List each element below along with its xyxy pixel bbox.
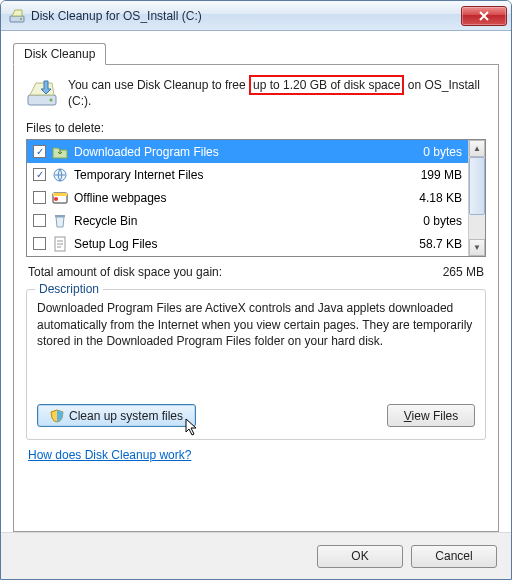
svg-point-3 [50,99,53,102]
ok-button[interactable]: OK [317,545,403,568]
dialog-footer: OK Cancel [1,532,511,579]
disk-cleanup-icon [9,8,25,24]
view-files-label: iew Files [412,409,459,423]
intro-highlight: up to 1.20 GB of disk space [249,75,404,95]
total-value: 265 MB [443,265,484,279]
list-item[interactable]: ✓Temporary Internet Files199 MB [27,163,468,186]
cancel-button[interactable]: Cancel [411,545,497,568]
checkbox[interactable]: ✓ [33,145,46,158]
list-item[interactable]: Offline webpages4.18 KB [27,186,468,209]
checkbox[interactable] [33,237,46,250]
recycle-icon [52,213,68,229]
item-name: Downloaded Program Files [74,145,394,159]
list-item[interactable]: ✓Downloaded Program Files0 bytes [27,140,468,163]
item-name: Recycle Bin [74,214,394,228]
item-size: 0 bytes [400,214,462,228]
item-name: Setup Log Files [74,237,394,251]
scrollbar[interactable]: ▲ ▼ [468,140,485,256]
intro-pre: You can use Disk Cleanup to free [68,78,246,92]
list-item[interactable]: Recycle Bin0 bytes [27,209,468,232]
ie-icon [52,167,68,183]
description-text: Downloaded Program Files are ActiveX con… [37,300,475,374]
svg-rect-6 [53,193,67,196]
shield-icon [50,409,64,423]
total-label: Total amount of disk space you gain: [28,265,222,279]
checkbox[interactable]: ✓ [33,168,46,181]
tab-panel: You can use Disk Cleanup to free up to 1… [13,64,499,532]
scroll-track[interactable] [469,215,485,239]
tab-strip: Disk Cleanup [13,43,499,65]
titlebar[interactable]: Disk Cleanup for OS_Install (C:) [1,1,511,31]
scroll-down-button[interactable]: ▼ [469,239,485,256]
close-button[interactable] [461,6,507,26]
description-title: Description [35,282,103,296]
files-list: ✓Downloaded Program Files0 bytes✓Tempora… [26,139,486,257]
drive-cleanup-icon [26,77,58,109]
svg-point-1 [20,18,22,20]
close-icon [479,11,489,21]
total-row: Total amount of disk space you gain: 265… [28,265,484,279]
help-link[interactable]: How does Disk Cleanup work? [28,448,486,462]
checkbox[interactable] [33,214,46,227]
svg-rect-8 [55,215,65,217]
disk-cleanup-dialog: Disk Cleanup for OS_Install (C:) Disk Cl… [0,0,512,580]
item-size: 0 bytes [400,145,462,159]
item-size: 4.18 KB [400,191,462,205]
item-size: 199 MB [400,168,462,182]
log-icon [52,236,68,252]
item-name: Offline webpages [74,191,394,205]
list-item[interactable]: Setup Log Files58.7 KB [27,232,468,255]
clean-system-files-label: Clean up system files [69,409,183,423]
offline-icon [52,190,68,206]
files-to-delete-label: Files to delete: [26,121,486,135]
tab-disk-cleanup[interactable]: Disk Cleanup [13,43,106,65]
window-title: Disk Cleanup for OS_Install (C:) [31,9,461,23]
description-group: Description Downloaded Program Files are… [26,289,486,440]
dialog-body: Disk Cleanup You can use Disk Cleanup to… [1,31,511,532]
folder-download-icon [52,144,68,160]
clean-system-files-button[interactable]: Clean up system files [37,404,196,427]
scroll-up-button[interactable]: ▲ [469,140,485,157]
item-name: Temporary Internet Files [74,168,394,182]
svg-point-7 [54,197,58,201]
intro-text: You can use Disk Cleanup to free up to 1… [26,77,486,109]
item-size: 58.7 KB [400,237,462,251]
view-files-button[interactable]: View Files [387,404,475,427]
scroll-thumb[interactable] [469,157,485,215]
checkbox[interactable] [33,191,46,204]
